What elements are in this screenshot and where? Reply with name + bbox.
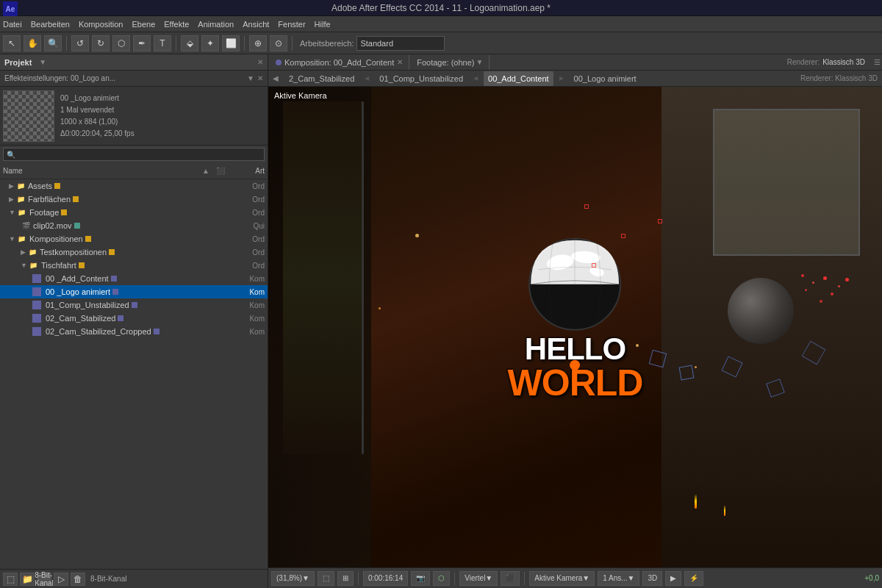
menu-fenster[interactable]: Fenster [278,20,305,29]
fit-btn[interactable]: ⬚ [318,571,334,586]
new-item-btn[interactable]: ⬚ [3,573,18,586]
menu-effekte[interactable]: Effekte [164,20,189,29]
channels-btn[interactable]: ⬛ [501,571,520,586]
effect-close[interactable]: ✕ [257,74,263,82]
project-panel-bottom: ⬚ 📁 8-Bit-Kanal ▷ 🗑 8-Bit-Kanal [0,569,268,588]
workspace-input[interactable] [356,36,445,51]
tree-item-footage[interactable]: ▼ 📁 Footage Ord [0,206,268,219]
render-btn[interactable]: ▶ [665,571,681,586]
menu-ebene[interactable]: Ebene [132,20,155,29]
tree-item-logo-animiert[interactable]: 00 _Logo animiert Kom [0,285,268,298]
menu-komposition[interactable]: Komposition [79,20,123,29]
testkompositionen-arrow[interactable]: ▶ [21,248,26,256]
comp-unstab-icon [32,301,41,309]
footage-tab-more[interactable]: ▼ [476,58,484,66]
particle-3 [636,344,639,347]
tischfahrt-arrow[interactable]: ▼ [21,262,27,269]
tab-sep-2: ◀ [473,75,478,82]
camera-icon-btn[interactable]: 📷 [411,571,430,586]
viewer-menu[interactable]: ☰ [874,58,881,66]
camera-view-label: Aktive Kamera [534,574,582,582]
menu-hilfe[interactable]: Hilfe [315,20,331,29]
kompositionen-arrow[interactable]: ▼ [9,235,15,243]
tool-zoom[interactable]: 🔍 [44,35,62,51]
tree-item-testkompositionen[interactable]: ▶ 📁 Testkompositionen Ord [0,245,268,259]
quality-btn[interactable]: Viertel ▼ [459,571,498,586]
new-folder-btn[interactable]: 📁 [20,573,35,586]
zoom-btn[interactable]: (31,8%) ▼ [271,571,315,586]
tool-text[interactable]: T [154,35,171,51]
tree-item-tischfahrt[interactable]: ▼ 📁 Tischfahrt Ord [0,259,268,272]
tool-select[interactable]: ↖ [3,35,21,51]
effect-menu[interactable]: ▼ [247,74,254,82]
tab-footage[interactable]: Footage: (ohne) ▼ [411,55,490,70]
arrow-left[interactable]: ◀ [273,74,279,82]
kompositionen-folder-icon: 📁 [17,234,27,244]
tool-eraser[interactable]: ⬜ [222,35,240,51]
project-menu-icon[interactable]: ▼ [39,58,46,66]
farbflachen-arrow[interactable]: ▶ [9,196,14,203]
globe-svg [528,237,623,332]
komposition-tab-icon [276,60,282,65]
tree-item-kompositionen[interactable]: ▼ 📁 Kompositionen Ord [0,232,268,245]
tab-00logo[interactable]: 00_Logo animiert [570,71,641,86]
assets-arrow[interactable]: ▶ [9,182,14,190]
assets-type: Ord [252,182,265,190]
delete-btn[interactable]: 🗑 [71,573,85,586]
tree-item-cam-stabilized[interactable]: 02_Cam_Stabilized Kom [0,312,268,325]
tool-hand[interactable]: ✋ [24,35,41,51]
tab-2cam[interactable]: 2_Cam_Stabilized [284,71,359,86]
compare-btn[interactable]: ⊞ [337,571,354,586]
comp-tab-bar: Komposition: 00_Add_Content ✕ Footage: (… [268,54,882,71]
tab-komposition[interactable]: Komposition: 00_Add_Content ✕ [270,55,409,70]
offset-display: +0,0 [864,574,879,582]
menu-bearbeiten[interactable]: Bearbeiten [31,20,70,29]
tool-pen[interactable]: ✒ [133,35,151,51]
filter-icon[interactable]: ⬛ [213,167,228,175]
tool-roto[interactable]: ⊙ [270,35,287,51]
tree-item-clip02[interactable]: 🎬 clip02.mov Qui [0,219,268,232]
menu-animation[interactable]: Animation [198,20,234,29]
menu-datei[interactable]: Datei [3,20,22,29]
tool-camera[interactable]: ⬡ [112,35,130,51]
particle-1 [415,234,419,237]
tab-01comp[interactable]: 01_Comp_Unstabilized [375,71,467,86]
tree-item-cam-cropped[interactable]: 02_Cam_Stabilized_Cropped Kom [0,325,268,338]
zoom-arrow: ▼ [302,574,309,582]
footage-arrow[interactable]: ▼ [9,209,15,216]
tree-item-comp-unstabilized[interactable]: 01_Comp_Unstabilized Kom [0,298,268,312]
view-options-btn[interactable]: 1 Ans... ▼ [598,571,639,586]
sort-icon[interactable]: ▲ [198,167,213,175]
tool-clone[interactable]: ✦ [201,35,219,51]
cam-cropped-name: 02_Cam_Stabilized_Cropped [46,327,151,336]
cam-cropped-type: Kom [249,328,265,336]
timecode-btn[interactable]: 0:00:16:14 [363,571,408,586]
tool-pin[interactable]: ⊕ [249,35,267,51]
tree-item-add-content[interactable]: 00 _Add_Content Kom [0,272,268,285]
secondary-comp-tabs: ◀ 2_Cam_Stabilized ◀ 01_Comp_Unstabilize… [268,71,882,87]
kompositionen-badge [85,236,91,242]
clip02-type: Qui [253,222,265,230]
3d-btn[interactable]: 3D [642,571,662,586]
camera-view-btn[interactable]: Aktive Kamera ▼ [529,571,595,586]
komposition-tab-close[interactable]: ✕ [397,58,403,66]
square-2 [679,365,695,381]
search-input[interactable] [3,148,265,161]
project-close[interactable]: ✕ [257,58,263,66]
tool-rotate2[interactable]: ↻ [92,35,110,51]
viewer: Aktive Kamera [268,87,882,567]
tab-00add[interactable]: 00_Add_Content [484,71,553,86]
track-dot-2 [621,234,625,238]
color-btn[interactable]: ⬡ [433,571,450,586]
bit-depth-btn[interactable]: 8-Bit-Kanal [37,573,51,586]
fast-preview-btn[interactable]: ⚡ [684,571,703,586]
testkompositionen-name: Testkompositionen [40,248,107,257]
tool-rotate[interactable]: ↺ [71,35,89,51]
flow-btn[interactable]: ▷ [54,573,68,586]
tool-brush[interactable]: ⬙ [181,35,198,51]
menu-ansicht[interactable]: Ansicht [243,20,269,29]
tree-item-farbflachen[interactable]: ▶ 📁 Farbflächen Ord [0,193,268,206]
tree-item-assets[interactable]: ▶ 📁 Assets Ord [0,179,268,193]
search-area [0,146,268,163]
track-dot-4 [658,219,662,223]
